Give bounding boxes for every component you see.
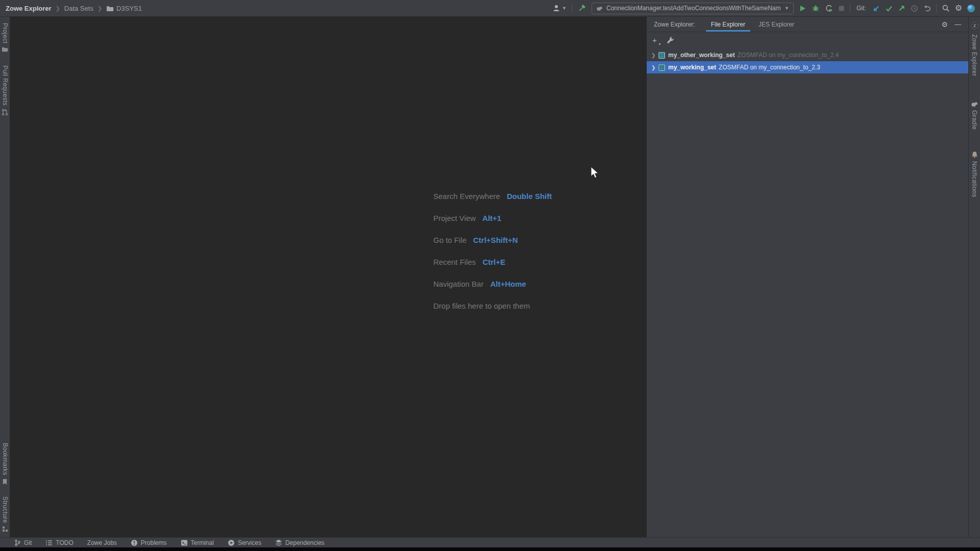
tool-window-pull-requests[interactable]: Pull Requests — [2, 65, 9, 116]
hint-keys: Ctrl+E — [482, 258, 505, 266]
mouse-cursor — [590, 166, 600, 182]
right-tool-window-stripe: Z Zowe Explorer Gradle Notifications — [968, 17, 980, 537]
tree-row-my-other-working-set[interactable]: ❯ my_other_working_set ZOSMFAD on my_con… — [647, 49, 968, 61]
hint-keys: Alt+Home — [490, 280, 526, 288]
status-terminal-label: Terminal — [191, 539, 214, 546]
tree-row-my-working-set[interactable]: ❯ my_working_set ZOSMFAD on my_connectio… — [647, 61, 968, 73]
notifications-bell-icon — [971, 151, 978, 158]
toolbar-actions: ▼ ConnectionManager.testAddTwoConnection… — [552, 0, 980, 16]
status-problems-label: Problems — [141, 539, 167, 546]
run-button[interactable] — [799, 5, 806, 12]
zowe-panel-header: Zowe Explorer: File Explorer JES Explore… — [647, 17, 968, 32]
expand-chevron-icon[interactable]: ❯ — [651, 65, 658, 70]
toolbar-divider — [572, 4, 572, 13]
hint-keys: Double Shift — [507, 192, 552, 201]
hint-label: Navigation Bar — [433, 280, 483, 288]
working-set-icon — [658, 64, 665, 71]
services-icon — [228, 539, 235, 546]
pull-requests-stripe-label: Pull Requests — [2, 65, 9, 106]
structure-stripe-label: Structure — [2, 496, 9, 523]
git-update-button[interactable] — [872, 5, 880, 12]
panel-settings-gear-icon[interactable]: ⚙ — [941, 21, 948, 28]
user-account-icon[interactable]: ▼ — [552, 4, 567, 12]
hint-label: Project View — [433, 214, 476, 222]
run-with-coverage-button[interactable] — [825, 4, 833, 12]
status-services-button[interactable]: Services — [228, 539, 261, 546]
editor-shortcut-hints: Search Everywhere Double Shift Project V… — [433, 185, 552, 317]
working-set-tree: ❯ my_other_working_set ZOSMFAD on my_con… — [647, 48, 968, 73]
run-configuration-select[interactable]: ConnectionManager.testAddTwoConnectionsW… — [592, 3, 794, 14]
left-tool-window-stripe: Project Pull Requests Bookmarks Structur… — [0, 17, 10, 537]
hint-label: Go to File — [433, 236, 467, 244]
stop-button-disabled — [838, 5, 845, 12]
git-commit-button[interactable] — [885, 5, 893, 12]
panel-header-actions: ⚙ — — [941, 17, 968, 32]
zowe-z-icon: Z — [970, 22, 978, 30]
status-todo-button[interactable]: TODO — [45, 539, 73, 546]
status-todo-label: TODO — [56, 539, 73, 546]
git-branch-icon — [14, 539, 21, 546]
chevron-right-icon: ❯ — [97, 5, 102, 12]
chevron-down-icon: ▼ — [785, 6, 789, 11]
project-folder-icon — [2, 46, 8, 52]
working-set-name: my_other_working_set — [668, 52, 735, 59]
working-set-name: my_working_set — [668, 64, 716, 71]
breadcrumb-project[interactable]: Zowe Explorer — [6, 5, 52, 12]
tool-window-gradle[interactable]: Gradle — [971, 101, 978, 130]
tab-jes-explorer[interactable]: JES Explorer — [752, 17, 801, 32]
zowe-logo-icon[interactable] — [967, 5, 975, 12]
main-toolbar: Zowe Explorer ❯ Data Sets ❯ D3SYS1 ▼ Con… — [0, 0, 980, 17]
dependencies-layers-icon — [275, 539, 282, 546]
status-git-button[interactable]: Git — [14, 539, 32, 546]
status-services-label: Services — [238, 539, 261, 546]
hint-keys: Ctrl+Shift+N — [473, 236, 518, 244]
status-zowe-jobs-button[interactable]: Zowe Jobs — [87, 539, 117, 546]
status-git-label: Git — [24, 539, 32, 546]
zowe-explorer-panel: Zowe Explorer: File Explorer JES Explore… — [646, 17, 968, 537]
gradle-elephant-icon — [971, 101, 978, 107]
search-everywhere-icon[interactable] — [942, 4, 950, 12]
hint-recent-files: Recent Files Ctrl+E — [433, 251, 552, 273]
tool-window-notifications[interactable]: Notifications — [971, 151, 978, 197]
bottom-black-strip — [0, 547, 980, 551]
working-set-detail: ZOSMFAD on my_connection_to_2.4 — [738, 52, 839, 59]
status-terminal-button[interactable]: Terminal — [181, 539, 214, 546]
editor-empty-area: Search Everywhere Double Shift Project V… — [10, 17, 646, 537]
breadcrumb-data-sets[interactable]: Data Sets — [64, 5, 93, 12]
bookmarks-stripe-label: Bookmarks — [2, 443, 9, 475]
tab-file-explorer[interactable]: File Explorer — [704, 17, 752, 32]
settings-gear-icon[interactable]: ⚙ — [955, 4, 962, 12]
plus-icon: + — [652, 36, 657, 44]
hint-drop-files: Drop files here to open them — [433, 295, 552, 317]
working-set-detail: ZOSMFAD on my_connection_to_2.3 — [719, 64, 820, 71]
gradle-stripe-label: Gradle — [971, 110, 978, 130]
rollback-button[interactable] — [923, 5, 931, 12]
breadcrumb-dataset-mask[interactable]: D3SYS1 — [116, 5, 142, 12]
debug-button[interactable] — [812, 4, 820, 12]
build-hammer-icon[interactable] — [577, 4, 586, 13]
tool-window-bookmarks[interactable]: Bookmarks — [2, 443, 9, 485]
panel-title: Zowe Explorer: — [654, 21, 695, 28]
gradle-elephant-icon — [596, 6, 603, 11]
project-stripe-label: Project — [2, 23, 9, 43]
status-dependencies-button[interactable]: Dependencies — [275, 539, 325, 546]
working-set-icon — [658, 52, 665, 59]
chevron-down-icon: ▼ — [658, 42, 662, 46]
edit-wrench-icon[interactable] — [667, 36, 674, 44]
expand-chevron-icon[interactable]: ❯ — [651, 53, 658, 58]
status-zowe-jobs-label: Zowe Jobs — [87, 539, 117, 546]
tool-window-zowe-explorer[interactable]: Z Zowe Explorer — [971, 21, 978, 77]
run-configuration-name: ConnectionManager.testAddTwoConnectionsW… — [606, 5, 781, 12]
add-working-set-button[interactable]: + ▼ — [652, 36, 660, 45]
hide-panel-icon[interactable]: — — [954, 21, 961, 28]
status-problems-button[interactable]: Problems — [131, 539, 167, 546]
drop-hint-label: Drop files here to open them — [433, 302, 530, 310]
hint-keys: Alt+1 — [482, 214, 501, 222]
git-push-button[interactable] — [898, 5, 905, 12]
hint-project-view: Project View Alt+1 — [433, 207, 552, 229]
hint-go-to-file: Go to File Ctrl+Shift+N — [433, 229, 552, 251]
tool-window-structure[interactable]: Structure — [2, 496, 9, 532]
notifications-stripe-label: Notifications — [971, 161, 978, 197]
tool-window-project[interactable]: Project — [2, 23, 9, 52]
zowe-explorer-stripe-label: Zowe Explorer — [971, 34, 978, 77]
